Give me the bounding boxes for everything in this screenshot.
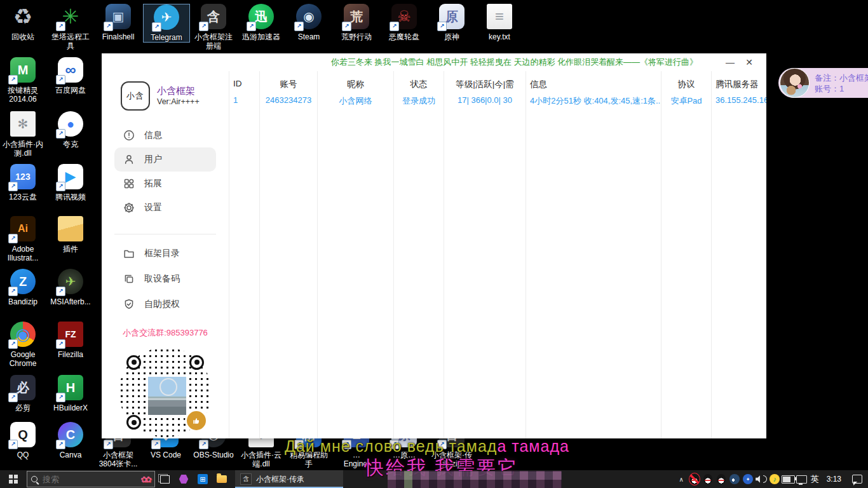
sidebar: 小含 小含框架 Ver:Air++++ 信息 用户 [102, 71, 229, 438]
desktop-icon[interactable]: H ↗ HBuilderX [48, 375, 93, 412]
shortcut-arrow-icon: ↗ [56, 182, 65, 191]
desktop-icon[interactable]: ▣ ↗ Finalshell [95, 4, 141, 41]
qq-penguin-icon [717, 474, 726, 484]
desktop-icon[interactable]: ∞ ↗ 百度网盘 [48, 57, 93, 95]
desktop-icon[interactable]: ▶ ↗ 腾讯视频 [48, 164, 93, 201]
column-header[interactable]: 账号 [264, 71, 313, 95]
taskbar-clock[interactable]: 3:13 [822, 475, 846, 484]
pinned-app-hexagon[interactable] [174, 470, 193, 488]
action-center-button[interactable] [846, 470, 868, 488]
column-header[interactable]: 协议 [665, 71, 707, 95]
sidebar-item-settings[interactable]: 设置 [114, 196, 216, 220]
desktop-icon-image: ♻ [10, 4, 36, 29]
desktop-icon-label: MSIAfterb... [48, 297, 93, 306]
desktop-icon[interactable]: Ai ↗ Adobe Illustrat... [0, 216, 46, 262]
minimize-button[interactable]: — [721, 55, 740, 69]
column-header[interactable]: 信息 [530, 71, 657, 95]
column-header[interactable]: 昵称 [322, 71, 390, 95]
task-view-icon [160, 475, 170, 484]
desktop-icon[interactable]: M ↗ 按键精灵 2014.06 [0, 57, 46, 104]
desktop-icon[interactable]: FZ ↗ Filezilla [48, 322, 93, 359]
window-titlebar[interactable]: 你若三冬来 换我一城雪白 相思风中开 轻轻摇曳在 天边的精彩 化作眼泪哭着醒来—… [102, 53, 766, 71]
desktop-icon[interactable]: ☠ ↗ 恶魔轮盘 [381, 4, 427, 41]
tray-steam[interactable] [728, 470, 742, 488]
sidebar-item-framework-dir[interactable]: 框架目录 [114, 241, 216, 266]
hexagon-app-icon [179, 475, 189, 484]
sidebar-item-users[interactable]: 用户 [114, 147, 216, 172]
sidebar-item-self-auth[interactable]: 自助授权 [114, 292, 216, 317]
taskbar-window-button[interactable]: 含 小含框架·传承 [235, 470, 343, 488]
column-header[interactable]: 腾讯服务器 [715, 71, 763, 95]
desktop-icon[interactable]: 123 ↗ 123云盘 [0, 164, 46, 201]
tray-qq-offline[interactable] [688, 470, 702, 488]
desktop-icon-image: ✈ ↗ [154, 4, 179, 30]
shortcut-arrow-icon: ↗ [56, 22, 65, 31]
desktop-icon[interactable]: Q ↗ QQ [0, 422, 46, 459]
tray-battery[interactable] [782, 470, 795, 488]
table-cell[interactable]: 1 [233, 95, 255, 112]
input-language-indicator[interactable]: 英 [808, 470, 822, 488]
table-cell[interactable]: 小含网络 [322, 95, 390, 112]
tray-qq-2[interactable] [715, 470, 728, 488]
desktop-icon[interactable]: ♻ 回收站 [0, 4, 46, 41]
close-button[interactable]: ✕ [740, 55, 759, 69]
tray-qq-music[interactable]: ♪ [768, 470, 782, 488]
table-cell[interactable]: 登录成功 [398, 95, 440, 112]
desktop-icon[interactable]: 含 ↗ 小含框架注 册端 [191, 4, 236, 50]
column-header[interactable]: 等级|活跃|今|需 [448, 71, 522, 95]
tray-volume[interactable] [755, 470, 768, 488]
desktop-icon-image: 必 ↗ [10, 375, 36, 400]
desktop-icon[interactable]: ≡ key.txt [477, 4, 522, 41]
desktop-icon[interactable]: 原 ↗ 原神 [429, 4, 475, 41]
app-icon-glyph: ● [67, 117, 74, 132]
desktop-icon[interactable]: ● ↗ 夸克 [48, 111, 93, 149]
tray-qq-1[interactable] [702, 470, 715, 488]
desktop-icon[interactable]: ◉ ↗ Steam [286, 4, 332, 41]
desktop-icon-label-2: Engine: [334, 459, 379, 468]
shortcut-arrow-icon: ↗ [8, 182, 18, 191]
tray-chevron-button[interactable]: ∧ [675, 470, 688, 488]
search-icon [31, 476, 37, 482]
task-view-button[interactable] [155, 470, 174, 488]
desktop-icon[interactable]: 荒 ↗ 荒野行动 [334, 4, 379, 41]
desktop-icon[interactable]: ✈ ↗ Telegram [143, 4, 190, 43]
desktop-icon-image: ✈ ↗ [58, 269, 83, 294]
table-column: 昵称 小含网络 [318, 71, 394, 438]
taskbar-search[interactable]: ✿✿ [27, 471, 155, 487]
desktop-icon[interactable]: ✈ ↗ MSIAfterb... [48, 269, 93, 306]
table-cell[interactable]: 2463234273 [264, 95, 313, 112]
table-cell[interactable]: 安卓Pad [665, 95, 707, 112]
tray-xunyou[interactable]: ✦ [742, 470, 755, 488]
desktop-icon[interactable]: ✻ 小含插件·内 测.dll [0, 111, 46, 158]
column-header[interactable]: 状态 [398, 71, 440, 95]
sidebar-item-info[interactable]: 信息 [114, 123, 216, 147]
app-icon-glyph: Ai [18, 223, 28, 234]
desktop-icon-label: 小含框架注 [191, 32, 236, 41]
desktop-icon[interactable]: C ↗ Canva [48, 422, 93, 459]
desktop-icon[interactable]: 插件 [48, 216, 93, 254]
sidebar-item-extensions[interactable]: 拓展 [114, 172, 216, 196]
pinned-microsoft-store[interactable]: ⊞ [193, 470, 212, 488]
desktop-icon[interactable]: 迅 ↗ 迅游加速器 [238, 4, 284, 41]
search-input[interactable] [41, 474, 137, 485]
desktop-icon[interactable]: 必 ↗ 必剪 [0, 375, 46, 412]
column-header[interactable]: ID [233, 71, 255, 95]
table-cell[interactable]: 36.155.245.16 [715, 95, 763, 112]
account-remark-card[interactable]: 备注：小含框架 账号：1 [778, 68, 868, 98]
sidebar-item-device-code[interactable]: 取设备码 [114, 266, 216, 292]
app-icon-glyph: H [66, 381, 75, 395]
app-icon-glyph: 含 [207, 8, 220, 25]
desktop-icon[interactable]: ✳ ↗ 堡塔远程工 具 [48, 4, 93, 50]
table-cell[interactable]: 4小时2分51秒 收:404,发:45,速:1条... [530, 95, 657, 112]
table-cell[interactable]: 17| 366|0.0| 30 [448, 95, 522, 112]
desktop-icon[interactable]: ◉ ↗ Google Chrome [0, 322, 46, 368]
card-account: 账号：1 [815, 83, 868, 94]
pinned-file-explorer[interactable] [212, 470, 231, 488]
tulip-flowers-icon: ✿✿ [140, 475, 149, 484]
shortcut-arrow-icon: ↗ [56, 129, 65, 139]
info-icon [123, 130, 135, 141]
shortcut-arrow-icon: ↗ [342, 22, 351, 31]
desktop-icon[interactable]: Z ↗ Bandizip [0, 269, 46, 306]
tray-network[interactable] [795, 470, 808, 488]
start-button[interactable] [0, 470, 27, 488]
